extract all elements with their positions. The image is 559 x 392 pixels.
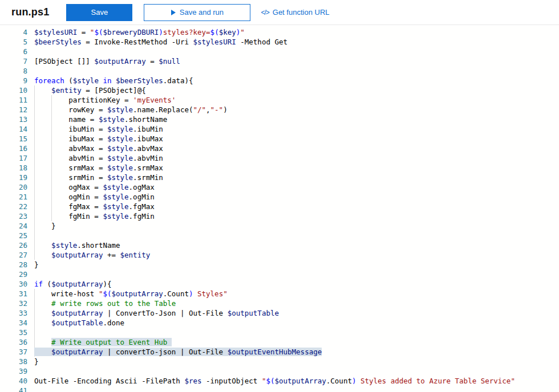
code-line[interactable]: 11 partitionKey = 'myEvents'	[0, 95, 559, 105]
save-and-run-button[interactable]: Save and run	[144, 4, 250, 21]
line-number: 34	[0, 318, 27, 328]
code-text: if ($outputArray){	[34, 279, 112, 289]
code-line[interactable]: 18 srmMax = $style.srmMax	[0, 163, 559, 173]
code-text: }	[34, 221, 56, 231]
line-number: 17	[0, 153, 27, 163]
line-number: 4	[0, 27, 27, 37]
line-number: 26	[0, 240, 27, 250]
code-text: }	[34, 260, 39, 270]
line-number: 15	[0, 134, 27, 144]
code-line[interactable]: 14 ibuMin = $style.ibuMin	[0, 124, 559, 134]
code-line[interactable]: 13 name = $style.shortName	[0, 115, 559, 124]
code-line[interactable]: 7[PSObject []] $outputArray = $null	[0, 56, 559, 66]
code-text: srmMax = $style.srmMax	[34, 163, 163, 173]
code-line[interactable]: 33 $outputArray | ConvertTo-Json | Out-F…	[0, 308, 559, 318]
code-text: ibuMin = $style.ibuMin	[34, 124, 163, 134]
code-text: fgMin = $style.fgMin	[34, 211, 155, 221]
line-number: 23	[0, 211, 27, 221]
code-text: ogMax = $style.ogMax	[34, 182, 155, 192]
code-line[interactable]: 10 $entity = [PSObject]@{	[0, 85, 559, 95]
code-text: $outputArray | convertTo-json | Out-File…	[34, 347, 322, 357]
code-line[interactable]: 16 abvMax = $style.abvMax	[0, 144, 559, 153]
code-brackets-icon: </>	[261, 9, 269, 17]
code-line[interactable]: 34 $outputTable.done	[0, 318, 559, 328]
code-line[interactable]: 25	[0, 231, 559, 240]
line-number: 9	[0, 76, 27, 85]
code-line[interactable]: 24 }	[0, 221, 559, 231]
code-line[interactable]: 21 ogMin = $style.ogMin	[0, 192, 559, 202]
code-line[interactable]: 26 $style.shortName	[0, 240, 559, 250]
line-number: 28	[0, 260, 27, 270]
code-line[interactable]: 35	[0, 328, 559, 337]
line-number: 21	[0, 192, 27, 202]
line-number: 6	[0, 47, 27, 56]
code-line[interactable]: 20 ogMax = $style.ogMax	[0, 182, 559, 192]
code-text: # write rows out to the Table	[34, 299, 176, 308]
line-number: 38	[0, 357, 27, 366]
code-line[interactable]: 40Out-File -Encoding Ascii -FilePath $re…	[0, 376, 559, 386]
code-line[interactable]: 8	[0, 66, 559, 76]
line-number: 12	[0, 105, 27, 115]
code-line[interactable]: 15 ibuMax = $style.ibuMax	[0, 134, 559, 144]
indent-guide	[34, 328, 35, 337]
code-text: ibuMax = $style.ibuMax	[34, 134, 163, 144]
code-text: $style.shortName	[34, 240, 120, 250]
line-number: 41	[0, 386, 27, 392]
save-button-label: Save	[91, 8, 108, 17]
get-function-url-link[interactable]: </> Get function URL	[261, 8, 329, 17]
code-line[interactable]: 5$beerStyles = Invoke-RestMethod -Uri $s…	[0, 37, 559, 47]
line-number: 22	[0, 202, 27, 211]
code-line[interactable]: 23 fgMin = $style.fgMin	[0, 211, 559, 221]
code-line[interactable]: 30if ($outputArray){	[0, 279, 559, 289]
code-line[interactable]: 38}	[0, 357, 559, 366]
code-text: foreach ($style in $beerStyles.data){	[34, 76, 193, 85]
line-number: 18	[0, 163, 27, 173]
line-number: 35	[0, 328, 27, 337]
code-line[interactable]: 27 $outputArray += $entity	[0, 250, 559, 260]
line-number: 33	[0, 308, 27, 318]
line-number: 10	[0, 85, 27, 95]
line-number: 39	[0, 366, 27, 376]
code-text: partitionKey = 'myEvents'	[34, 95, 176, 105]
code-line[interactable]: 36 # Write output to Event Hub	[0, 337, 559, 347]
code-line[interactable]: 28}	[0, 260, 559, 270]
indent-guide	[34, 231, 35, 240]
line-number: 7	[0, 56, 27, 66]
code-text: $outputArray | ConvertTo-Json | Out-File…	[34, 308, 279, 318]
line-number: 32	[0, 299, 27, 308]
code-text: abvMin = $style.abvMin	[34, 153, 163, 163]
line-number: 16	[0, 144, 27, 153]
code-line[interactable]: 19 srmMin = $style.srmMin	[0, 173, 559, 182]
code-line[interactable]: 12 rowKey = $style.name.Replace("/","-")	[0, 105, 559, 115]
code-line[interactable]: 6	[0, 47, 559, 56]
code-editor[interactable]: 4$stylesURI = "$($breweryDBURI)styles?ke…	[0, 25, 559, 392]
line-number: 36	[0, 337, 27, 347]
code-line[interactable]: 9foreach ($style in $beerStyles.data){	[0, 76, 559, 85]
code-text: # Write output to Event Hub	[34, 337, 172, 347]
line-number: 29	[0, 270, 27, 279]
code-line[interactable]: 41	[0, 386, 559, 392]
code-text: $entity = [PSObject]@{	[34, 85, 146, 95]
code-line[interactable]: 37 $outputArray | convertTo-json | Out-F…	[0, 347, 559, 357]
code-text: srmMin = $style.srmMin	[34, 173, 163, 182]
code-text: $outputArray += $entity	[34, 250, 150, 260]
line-number: 27	[0, 250, 27, 260]
code-line[interactable]: 17 abvMin = $style.abvMin	[0, 153, 559, 163]
line-number: 24	[0, 221, 27, 231]
line-number: 5	[0, 37, 27, 47]
code-line[interactable]: 22 fgMax = $style.fgMax	[0, 202, 559, 211]
save-button[interactable]: Save	[66, 4, 132, 21]
code-line[interactable]: 32 # write rows out to the Table	[0, 299, 559, 308]
line-number: 13	[0, 115, 27, 124]
file-title: run.ps1	[11, 6, 49, 18]
code-line[interactable]: 39	[0, 366, 559, 376]
code-text: Out-File -Encoding Ascii -FilePath $res …	[34, 376, 515, 386]
line-number: 40	[0, 376, 27, 386]
code-line[interactable]: 31 write-host "$($outputArray.Count) Sty…	[0, 289, 559, 299]
play-icon	[171, 10, 176, 15]
line-number: 30	[0, 279, 27, 289]
code-line[interactable]: 29	[0, 270, 559, 279]
code-line[interactable]: 4$stylesURI = "$($breweryDBURI)styles?ke…	[0, 27, 559, 37]
line-number: 25	[0, 231, 27, 240]
code-text: $outputTable.done	[34, 318, 124, 328]
